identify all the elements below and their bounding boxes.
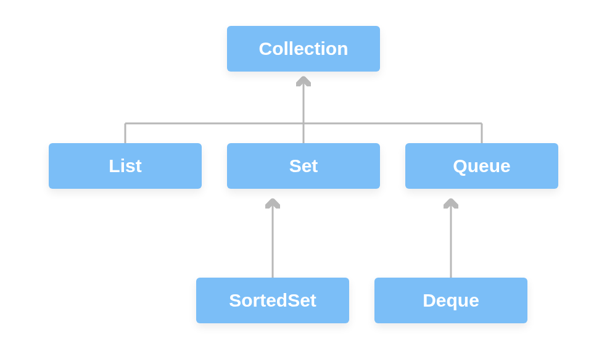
node-deque: Deque bbox=[374, 278, 527, 323]
node-label: Deque bbox=[423, 290, 479, 311]
node-label: Set bbox=[289, 155, 318, 176]
node-list: List bbox=[49, 143, 202, 189]
node-label: SortedSet bbox=[229, 290, 316, 311]
node-label: List bbox=[109, 155, 141, 176]
node-sortedset: SortedSet bbox=[196, 278, 349, 323]
node-label: Collection bbox=[258, 38, 348, 59]
node-collection: Collection bbox=[227, 26, 380, 72]
node-queue: Queue bbox=[405, 143, 558, 189]
node-label: Queue bbox=[453, 155, 510, 176]
hierarchy-diagram: Collection List Set Queue SortedSet Dequ… bbox=[0, 0, 607, 364]
node-set: Set bbox=[227, 143, 380, 189]
